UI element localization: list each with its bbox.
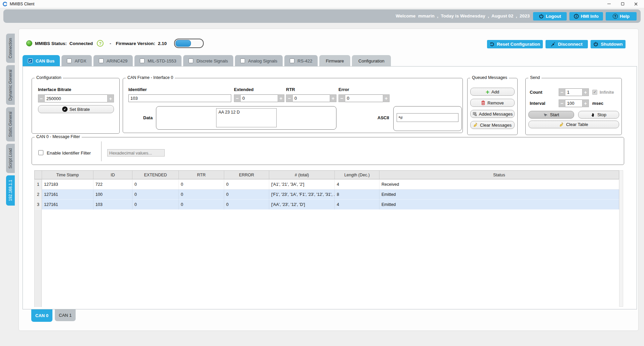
- tab-checkbox[interactable]: [290, 58, 294, 63]
- error-input[interactable]: [345, 94, 383, 102]
- logout-button[interactable]: Logout: [533, 12, 567, 20]
- table-scrollbar[interactable]: [619, 170, 623, 307]
- row-number-cell: 3: [35, 200, 42, 210]
- infinite-checkbox[interactable]: ✓: [592, 90, 597, 95]
- increment-button[interactable]: +: [383, 94, 390, 102]
- extended-input[interactable]: [241, 94, 278, 102]
- clear-table-button[interactable]: Clear Table: [528, 121, 619, 128]
- decrement-button[interactable]: −: [286, 94, 293, 102]
- decrement-button[interactable]: −: [38, 94, 45, 102]
- rtr-input[interactable]: [293, 94, 330, 102]
- stop-button[interactable]: Stop: [578, 111, 619, 119]
- minimize-button[interactable]: [602, 0, 616, 8]
- enable-identifier-filter-checkbox[interactable]: [38, 150, 43, 155]
- tab-arinc429[interactable]: ARINC429: [93, 55, 133, 67]
- tab-mil-std-1553[interactable]: MIL-STD-1553: [134, 55, 182, 67]
- msec-label: msec: [592, 101, 603, 106]
- decrement-button[interactable]: −: [234, 94, 241, 102]
- sidebar-item-connection[interactable]: Connection: [6, 34, 15, 63]
- tab-checkbox[interactable]: ✓: [28, 58, 33, 63]
- count-input[interactable]: [565, 88, 582, 96]
- help-label: Help: [620, 14, 630, 19]
- column-header[interactable]: RTR: [179, 171, 224, 179]
- data-container: AA 23 12 D: [156, 106, 336, 130]
- message-filter-group: CAN 0 - Message Filter Enable Identifier…: [32, 137, 624, 165]
- start-label: Start: [550, 112, 559, 117]
- table-row[interactable]: 2127161100000['F1', '23', '1A', 'F1', '2…: [34, 189, 619, 200]
- column-header[interactable]: [35, 171, 42, 179]
- start-button[interactable]: Start: [528, 111, 574, 119]
- column-header[interactable]: ERROR: [224, 171, 269, 179]
- decrement-button[interactable]: −: [338, 94, 345, 102]
- group-title: Queued Messages: [470, 75, 509, 80]
- column-header[interactable]: ID: [93, 171, 132, 179]
- tab-checkbox[interactable]: [189, 58, 193, 63]
- table-cell: 127161: [42, 200, 93, 210]
- increment-button[interactable]: +: [278, 94, 284, 102]
- tab-afdx[interactable]: AFDX: [62, 55, 92, 67]
- count-label: Count: [530, 90, 542, 95]
- extended-spinner: − +: [234, 94, 284, 102]
- tab-label: CAN Bus: [36, 58, 54, 63]
- firmware-value: 2.10: [158, 41, 167, 46]
- interval-input[interactable]: [565, 99, 582, 107]
- maximize-button[interactable]: [616, 0, 629, 8]
- identifier-filter-input[interactable]: [107, 149, 165, 157]
- table-cell: 0: [179, 179, 224, 189]
- data-input[interactable]: AA 23 12 D: [216, 108, 277, 127]
- column-header[interactable]: Length (Dec.): [335, 171, 379, 179]
- tab-checkbox[interactable]: [140, 58, 145, 63]
- tab-analog-signals[interactable]: Analog Signals: [235, 55, 283, 67]
- close-button[interactable]: [629, 0, 643, 8]
- tab-configuration[interactable]: Configuration: [352, 55, 391, 67]
- table-cell: 100: [93, 189, 132, 200]
- plus-icon: +: [486, 89, 489, 95]
- tab-firmware[interactable]: Firmware: [319, 55, 350, 67]
- increment-button[interactable]: +: [582, 99, 589, 107]
- tab-discrete-signals[interactable]: Discrete Signals: [183, 55, 233, 67]
- disconnect-button[interactable]: Disconnect: [546, 40, 588, 48]
- hmi-info-button[interactable]: HMI Info: [569, 12, 603, 20]
- help-button[interactable]: ? Help: [606, 12, 637, 20]
- reset-configuration-button[interactable]: Reset Configuration: [487, 40, 543, 48]
- bottom-tab-can-0[interactable]: CAN 0: [31, 309, 52, 322]
- status-label: MMIBS Status:: [35, 41, 67, 46]
- group-title: CAN Frame - Interface 0: [126, 75, 175, 80]
- column-header[interactable]: Time Stamp: [42, 171, 93, 179]
- clear-messages-button[interactable]: Clear Messages: [470, 121, 515, 129]
- sidebar-item-dynamic-general[interactable]: Dynamic General: [6, 65, 15, 105]
- identifier-input[interactable]: [128, 94, 231, 102]
- tab-checkbox[interactable]: [240, 58, 245, 63]
- increment-button[interactable]: +: [582, 88, 589, 96]
- set-bitrate-button[interactable]: Set Bitrate: [38, 105, 114, 113]
- added-messages-button[interactable]: Added Messages: [470, 110, 515, 118]
- shutdown-button[interactable]: Shutdown: [591, 40, 626, 48]
- ascii-input[interactable]: [397, 113, 458, 122]
- sidebar-item-192-168-1-1[interactable]: 192.168.1.1: [6, 175, 15, 205]
- remove-button[interactable]: Remove: [470, 99, 515, 107]
- firmware-toggle[interactable]: [174, 39, 204, 48]
- status-help-icon[interactable]: ?: [97, 40, 104, 47]
- power-icon: [593, 42, 598, 47]
- column-header[interactable]: EXTENDED: [132, 171, 179, 179]
- add-button[interactable]: + Add: [470, 88, 515, 96]
- tab-can-bus[interactable]: ✓CAN Bus: [23, 55, 60, 67]
- tab-rs-422[interactable]: RS-422: [284, 55, 318, 67]
- increment-button[interactable]: +: [107, 94, 114, 102]
- bitrate-input[interactable]: [45, 94, 107, 102]
- table-row[interactable]: 3127161103000['AA', '23', '12', 'D']4Emi…: [34, 200, 619, 210]
- tab-checkbox[interactable]: [67, 58, 72, 63]
- sidebar-item-static-general[interactable]: Static General: [6, 107, 15, 141]
- tab-checkbox[interactable]: [99, 58, 104, 63]
- decrement-button[interactable]: −: [559, 99, 565, 107]
- sidebar-item-script-load[interactable]: Script Load: [6, 144, 15, 173]
- app-icon: [3, 2, 7, 6]
- queued-messages-group: Queued Messages + Add Remove Added Messa…: [467, 78, 518, 135]
- column-header[interactable]: # (total): [269, 171, 335, 179]
- increment-button[interactable]: +: [330, 94, 336, 102]
- decrement-button[interactable]: −: [559, 88, 565, 96]
- bottom-tab-can-1[interactable]: CAN 1: [55, 309, 76, 321]
- table-cell: Emitted: [379, 200, 619, 210]
- column-header[interactable]: Status: [379, 171, 619, 179]
- table-row[interactable]: 1127183722000['A1', '21', '3A', '2']4Rec…: [34, 179, 619, 189]
